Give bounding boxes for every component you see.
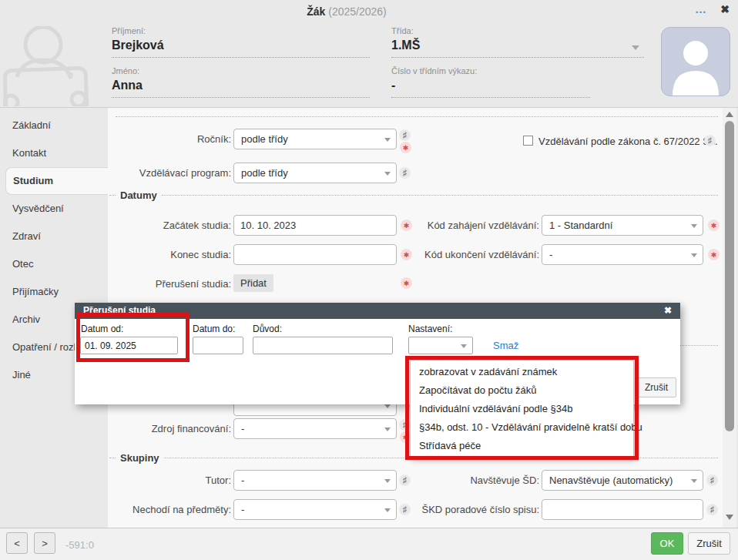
preruseni-studia-label: Přerušení studia: <box>108 278 231 290</box>
sidebar-item-studium[interactable]: Studium <box>5 167 108 195</box>
dropdown-option[interactable]: Individuální vzdělávání podle §34b <box>411 400 633 418</box>
zdroj-financovani-select[interactable]: - <box>233 418 397 439</box>
scrollbar-thumb[interactable] <box>725 121 734 431</box>
sidebar-item-otec[interactable]: Otec <box>0 250 108 278</box>
register-number-value[interactable]: - <box>391 79 590 98</box>
title-school-year: (2025/2026) <box>328 5 387 18</box>
datum-do-label: Datum do: <box>193 324 235 334</box>
duvod-label: Důvod: <box>253 324 282 334</box>
class-value: 1.MŠ <box>391 39 420 52</box>
dropdown-option[interactable]: Započítávat do počtu žáků <box>411 381 633 400</box>
kod-ukonceni-value: - <box>549 249 552 260</box>
page-title: Žák (2025/2026) <box>0 5 693 18</box>
sidebar-item-prijimacky[interactable]: Přijímačky <box>0 278 108 306</box>
dialog-header: Žák (2025/2026) … ✖ Příjmení: Brejková J… <box>0 0 738 108</box>
chevron-down-icon <box>691 224 697 228</box>
surname-field: Příjmení: Brejková <box>112 26 370 58</box>
scroll-down-icon[interactable] <box>726 515 733 520</box>
smaz-link[interactable]: Smaž <box>493 340 518 351</box>
navstevuje-sd-select[interactable]: Nenavštěvuje (automaticky) <box>542 470 703 491</box>
zacatek-studia-label: Začátek studia: <box>108 220 231 231</box>
dropdown-option[interactable]: zobrazovat v zadávání známek <box>411 363 633 381</box>
register-number-field: Číslo v třídním výkazu: - <box>391 66 590 98</box>
kod-ukonceni-select[interactable]: - <box>542 244 703 265</box>
chevron-down-icon <box>632 45 639 50</box>
surname-value[interactable]: Brejková <box>112 39 370 58</box>
vzdelavaci-program-value: podle třídy <box>241 167 288 179</box>
datum-od-label: Datum od: <box>81 324 123 334</box>
close-icon[interactable]: ✖ <box>720 3 730 15</box>
section-datumy: Datumy <box>109 189 718 201</box>
firstname-value[interactable]: Anna <box>112 79 370 98</box>
scroll-up-icon[interactable] <box>726 112 733 117</box>
vzdelavaci-program-select[interactable]: podle třídy <box>233 163 397 183</box>
datum-do-input[interactable] <box>193 337 243 354</box>
class-select[interactable]: 1.MŠ <box>391 39 644 58</box>
chevron-down-icon <box>384 138 391 142</box>
record-counter: -591:0 <box>65 539 94 551</box>
zdroj-financovani-label: Zdroj financování: <box>108 423 231 434</box>
sidebar-item-kontakt[interactable]: Kontakt <box>0 139 108 167</box>
tutor-label: Tutor: <box>108 474 231 486</box>
chevron-down-icon <box>691 253 697 257</box>
firstname-label: Jméno: <box>112 66 370 75</box>
kod-zahajeni-value: 1 - Standardní <box>549 220 612 231</box>
chevron-down-icon <box>384 404 391 408</box>
more-menu-icon[interactable]: … <box>695 2 707 15</box>
tutor-select[interactable]: - <box>233 470 397 491</box>
datum-od-input[interactable] <box>80 337 178 354</box>
chevron-down-icon <box>461 344 467 348</box>
pridat-button[interactable]: Přidat <box>233 274 273 292</box>
skd-spis-input[interactable] <box>542 499 703 520</box>
zdroj-financovani-history-icon[interactable]: ♯ <box>399 419 411 431</box>
kod-zahajeni-select[interactable]: 1 - Standardní <box>542 215 703 236</box>
kod-zahajeni-label: Kód zahájení vzdělávání: <box>401 220 539 231</box>
section-datumy-label: Datumy <box>120 189 157 201</box>
chevron-down-icon <box>384 172 391 176</box>
duvod-input[interactable] <box>253 337 393 354</box>
sidebar-item-zakladni[interactable]: Základní <box>0 112 108 139</box>
rocnik-history-icon[interactable]: ♯ <box>399 129 411 141</box>
zakon67-history-icon[interactable]: ♯ <box>704 135 716 146</box>
nechodi-predmety-select[interactable]: - <box>233 499 397 520</box>
sidebar-item-vysvedceni[interactable]: Vysvědčení <box>0 195 108 223</box>
next-record-button[interactable]: > <box>34 532 55 554</box>
student-photo[interactable] <box>661 27 730 96</box>
avatar-silhouette-icon <box>662 28 730 96</box>
vertical-scrollbar[interactable] <box>723 108 736 528</box>
modal-cancel-button[interactable]: Zrušit <box>636 377 676 397</box>
chevron-down-icon <box>384 479 391 483</box>
section-skupiny-label: Skupiny <box>120 452 159 464</box>
kod-zahajeni-required-icon: ✱ <box>708 220 720 231</box>
navstevuje-sd-history-icon[interactable]: ♯ <box>706 474 718 486</box>
vzdelavaci-program-label: Vzdělávací program: <box>108 167 231 179</box>
skd-spis-history-icon[interactable]: ♯ <box>706 504 718 515</box>
dropdown-option[interactable]: Střídavá péče <box>411 437 633 455</box>
tutor-value: - <box>241 474 244 486</box>
navstevuje-sd-label: Navštěvuje ŠD: <box>401 474 539 486</box>
modal-close-icon[interactable]: ✖ <box>664 303 672 319</box>
footer-bar: < > -591:0 OK Zrušit <box>0 528 738 560</box>
zacatek-studia-input[interactable] <box>233 215 397 236</box>
dropdown-option[interactable]: §34b, odst. 10 - Vzdělávání pravidelně k… <box>411 418 633 437</box>
rocnik-select[interactable]: podle třídy <box>233 129 397 149</box>
nastaveni-dropdown: zobrazovat v zadávání známek Započítávat… <box>410 360 634 458</box>
cancel-button[interactable]: Zrušit <box>688 532 730 555</box>
divider <box>116 116 718 117</box>
navstevuje-sd-value: Nenavštěvuje (automaticky) <box>549 474 673 486</box>
register-number-label: Číslo v třídním výkazu: <box>391 66 590 75</box>
skd-spis-label: ŠKD poradové číslo spisu: <box>401 504 539 515</box>
sidebar-item-zdravi[interactable]: Zdraví <box>0 223 108 250</box>
nechodi-predmety-label: Nechodí na předměty: <box>108 504 231 515</box>
zakon67-checkbox[interactable] <box>523 136 533 146</box>
modal-header[interactable]: Přerušení studia ✖ <box>75 303 680 319</box>
rocnik-value: podle třídy <box>241 133 288 145</box>
zakon67-label: Vzdělávání podle zákona č. 67/2022 Sb. <box>538 136 718 147</box>
chevron-down-icon <box>691 479 697 483</box>
preruseni-required-icon: ✱ <box>401 277 412 289</box>
prev-record-button[interactable]: < <box>6 532 28 554</box>
vzdelavaci-program-history-icon[interactable]: ♯ <box>399 167 411 179</box>
ok-button[interactable]: OK <box>651 532 683 555</box>
konec-studia-input[interactable] <box>233 244 397 265</box>
nastaveni-select[interactable] <box>408 337 473 354</box>
